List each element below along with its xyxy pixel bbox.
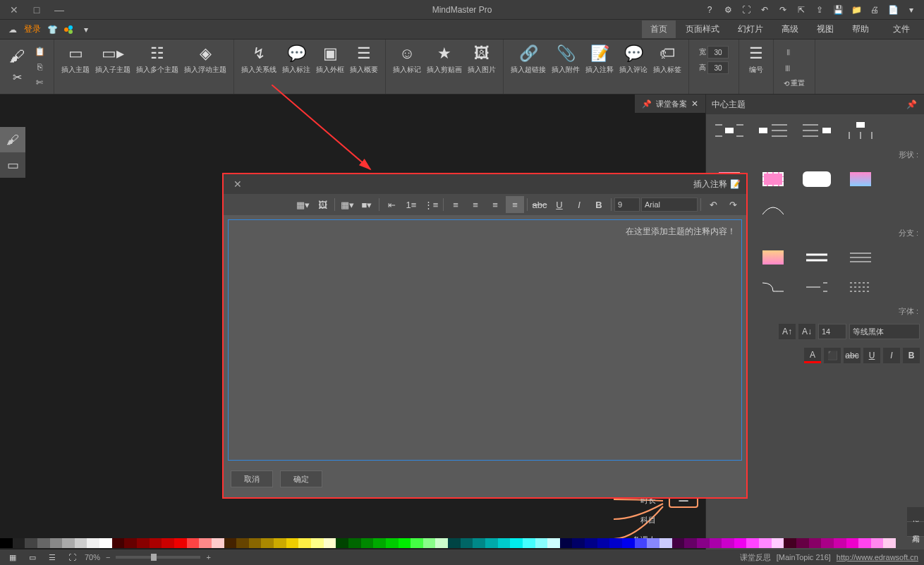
color-swatch[interactable] [572, 538, 585, 548]
insert-attachment-button[interactable]: 📎插入附件 [549, 42, 583, 76]
color-swatch[interactable] [386, 538, 399, 548]
layout-2[interactable] [755, 120, 791, 141]
underline-button[interactable]: U [863, 348, 880, 363]
color-swatch[interactable] [560, 538, 573, 548]
color-swatch[interactable] [834, 538, 846, 548]
font-color-button[interactable]: A [804, 348, 821, 363]
color-swatch[interactable] [37, 538, 50, 548]
tab-help[interactable]: 帮助 [844, 20, 877, 38]
color-swatch[interactable] [684, 538, 697, 548]
cloud-icon[interactable]: ☁ [6, 23, 20, 37]
reset-button[interactable]: ⟲重置 [781, 76, 808, 90]
dropdown-icon[interactable]: ▾ [904, 3, 918, 17]
color-swatch[interactable] [759, 538, 772, 548]
color-swatch[interactable] [710, 538, 722, 548]
color-swatch[interactable] [13, 538, 25, 548]
color-swatch[interactable] [137, 538, 150, 548]
insert-note-button[interactable]: 📝插入注释 [583, 42, 616, 76]
color-swatch[interactable] [112, 538, 125, 548]
editor-insert-image[interactable]: 🖼 [313, 196, 332, 213]
login-label[interactable]: 登录 [24, 23, 41, 35]
distribute-icon[interactable]: ⫼ [781, 61, 795, 75]
color-swatch[interactable] [635, 538, 648, 548]
redo-icon[interactable]: ↷ [776, 3, 790, 17]
color-swatch[interactable] [399, 538, 411, 548]
paste-icon[interactable]: 📋 [32, 44, 47, 59]
color-swatch[interactable] [734, 538, 747, 548]
color-swatch[interactable] [821, 538, 834, 548]
format-brush-button[interactable]: 🖌 ✂ [4, 45, 30, 89]
view-mode-1-icon[interactable]: ▦ [6, 550, 20, 564]
color-swatch[interactable] [622, 538, 635, 548]
color-swatch[interactable] [858, 538, 871, 548]
tab-view[interactable]: 视图 [808, 20, 842, 38]
color-swatch[interactable] [485, 538, 498, 548]
color-swatch[interactable] [361, 538, 374, 548]
color-swatch[interactable] [212, 538, 224, 548]
color-swatch[interactable] [697, 538, 710, 548]
color-swatch[interactable] [647, 538, 659, 548]
editor-insert-table[interactable]: ▦▾ [293, 196, 312, 213]
close-tab-icon[interactable]: ✕ [691, 99, 698, 109]
font-size-down[interactable]: A↓ [798, 324, 815, 339]
shape-2[interactable] [755, 169, 791, 190]
layout-1[interactable] [712, 120, 747, 141]
insert-comment-button[interactable]: 💬插入评论 [616, 42, 650, 76]
brush-tool[interactable]: 🖌 [0, 127, 25, 152]
copy-icon[interactable]: ⎘ [32, 60, 47, 74]
view-mode-3-icon[interactable]: ☰ [45, 550, 59, 564]
bold-button[interactable]: B [903, 348, 920, 363]
italic-button[interactable]: I [883, 348, 900, 363]
layout-3[interactable] [799, 120, 834, 141]
color-swatch[interactable] [883, 538, 896, 548]
print-icon[interactable]: 🖨 [868, 3, 882, 17]
insert-floating-button[interactable]: ◈插入浮动主题 [181, 42, 229, 76]
color-swatch[interactable] [249, 538, 262, 548]
settings-icon[interactable]: ⚙ [721, 3, 735, 17]
tab-page-style[interactable]: 页面样式 [677, 20, 728, 38]
side-tab-style[interactable]: 样式 [907, 507, 924, 522]
view-mode-2-icon[interactable]: ▭ [25, 550, 39, 564]
color-swatch[interactable] [25, 538, 37, 548]
branch-2[interactable] [755, 247, 791, 268]
color-swatch[interactable] [187, 538, 200, 548]
strike-button[interactable]: abc [844, 348, 861, 363]
zoom-in-button[interactable]: + [206, 553, 210, 561]
color-swatch[interactable] [124, 538, 137, 548]
insert-topic-button[interactable]: ▭插入主题 [59, 42, 92, 76]
color-swatch[interactable] [672, 538, 685, 548]
branch-3[interactable] [799, 247, 834, 268]
color-swatch[interactable] [286, 538, 299, 548]
editor-underline[interactable]: U [550, 196, 569, 213]
font-size-input[interactable] [818, 324, 846, 339]
modal-cancel-button[interactable]: 取消 [231, 470, 273, 487]
editor-bg-color[interactable]: ▦▾ [338, 196, 356, 213]
editor-font-color[interactable]: ■▾ [358, 196, 376, 213]
color-swatch[interactable] [411, 538, 423, 548]
color-swatch[interactable] [162, 538, 174, 548]
minimize-button[interactable]: — [51, 3, 68, 17]
insert-picture-button[interactable]: 🖼插入图片 [465, 42, 499, 76]
color-swatch[interactable] [87, 538, 99, 548]
insert-hyperlink-button[interactable]: 🔗插入超链接 [508, 42, 549, 76]
color-swatch[interactable] [174, 538, 187, 548]
editor-align-right[interactable]: ≡ [466, 196, 485, 213]
side-tab-layout[interactable]: 布局 [907, 522, 924, 537]
branch-8[interactable] [843, 277, 878, 298]
width-input[interactable] [707, 46, 729, 59]
color-swatch[interactable] [846, 538, 859, 548]
tab-advanced[interactable]: 高级 [773, 20, 807, 38]
share-icon[interactable]: ⇪ [813, 3, 827, 17]
fit-icon[interactable]: ⛶ [65, 550, 79, 564]
align-icon[interactable]: ⫴ [781, 45, 795, 59]
editor-align-left[interactable]: ≡ [506, 196, 524, 213]
color-swatch[interactable] [871, 538, 884, 548]
color-palette[interactable] [0, 538, 896, 549]
color-swatch[interactable] [585, 538, 597, 548]
editor-italic[interactable]: I [570, 196, 588, 213]
insert-clipart-button[interactable]: ★插入剪贴画 [424, 42, 465, 76]
color-swatch[interactable] [796, 538, 809, 548]
editor-outdent[interactable]: ⇤ [382, 196, 401, 213]
color-swatch[interactable] [373, 538, 386, 548]
editor-number-list[interactable]: 1≡ [402, 196, 420, 213]
